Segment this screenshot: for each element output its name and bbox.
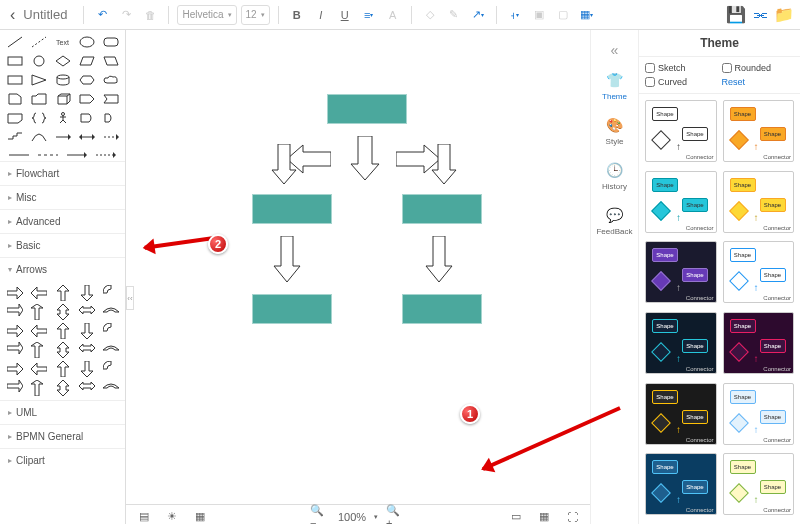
- rounded-checkbox[interactable]: Rounded: [722, 63, 795, 73]
- arrow-shape[interactable]: [51, 341, 74, 359]
- arrow-shape[interactable]: [75, 284, 98, 302]
- theme-preset[interactable]: ShapeShape↑Connector: [645, 453, 717, 515]
- theme-preset[interactable]: ShapeShape↑Connector: [645, 383, 717, 445]
- arrow-shape[interactable]: [27, 303, 50, 321]
- block-arrow-down-icon[interactable]: [424, 236, 454, 282]
- shape-actor[interactable]: [51, 109, 74, 127]
- theme-preset[interactable]: ShapeShape↑Connector: [723, 241, 795, 303]
- sketch-checkbox[interactable]: Sketch: [645, 63, 718, 73]
- zoom-in-button[interactable]: 🔍+: [386, 507, 406, 525]
- shape-cube[interactable]: [51, 90, 74, 108]
- cat-basic[interactable]: Basic: [0, 233, 125, 257]
- cat-misc[interactable]: Misc: [0, 185, 125, 209]
- arrow-shape[interactable]: [3, 379, 26, 397]
- shape-circle[interactable]: [27, 52, 50, 70]
- theme-preset[interactable]: ShapeShape↑Connector: [723, 312, 795, 374]
- theme-preset[interactable]: ShapeShape↑Connector: [723, 453, 795, 515]
- flowchart-node[interactable]: [402, 194, 482, 224]
- shape-tag[interactable]: [75, 90, 98, 108]
- arrow-shape[interactable]: [99, 341, 122, 359]
- cat-bpmn[interactable]: BPMN General: [0, 424, 125, 448]
- shape-text[interactable]: Text: [51, 33, 74, 51]
- arrow-shape[interactable]: [51, 284, 74, 302]
- shape-rect[interactable]: [3, 52, 26, 70]
- block-arrow-down-icon[interactable]: [270, 144, 298, 184]
- shape-curve[interactable]: [27, 128, 50, 146]
- block-arrow-down-icon[interactable]: [430, 144, 458, 184]
- cat-advanced[interactable]: Advanced: [0, 209, 125, 233]
- rail-theme[interactable]: 👕 Theme: [591, 64, 638, 107]
- connector-button[interactable]: ↗▾: [468, 5, 488, 25]
- reset-button[interactable]: Reset: [722, 77, 795, 87]
- theme-preset[interactable]: ShapeShape↑Connector: [645, 171, 717, 233]
- stroke-button[interactable]: ✎: [444, 5, 464, 25]
- back-button[interactable]: ‹: [6, 6, 19, 24]
- flowchart-node[interactable]: [252, 194, 332, 224]
- arrow-shape[interactable]: [3, 341, 26, 359]
- bring-forward-button[interactable]: ▣: [529, 5, 549, 25]
- theme-preset[interactable]: ShapeShape↑Connector: [645, 100, 717, 162]
- grid-toggle-icon[interactable]: ▦: [190, 507, 210, 525]
- shape-parallel[interactable]: [75, 52, 98, 70]
- send-back-button[interactable]: ▢: [553, 5, 573, 25]
- theme-preset[interactable]: ShapeShape↑Connector: [645, 312, 717, 374]
- arrow-shape[interactable]: [99, 322, 122, 340]
- underline-button[interactable]: U: [335, 5, 355, 25]
- italic-button[interactable]: I: [311, 5, 331, 25]
- shape-roundrect[interactable]: [99, 33, 122, 51]
- theme-preset[interactable]: ShapeShape↑Connector: [645, 241, 717, 303]
- shape-arrow-r[interactable]: [51, 128, 74, 146]
- arrow-shape[interactable]: [3, 360, 26, 378]
- shape-ellipse[interactable]: [75, 33, 98, 51]
- arrow-shape[interactable]: [99, 360, 122, 378]
- flowchart-node[interactable]: [402, 294, 482, 324]
- shape-or[interactable]: [99, 109, 122, 127]
- shape-rhombus[interactable]: [51, 52, 74, 70]
- shape-arrow-d[interactable]: [99, 128, 122, 146]
- rail-feedback[interactable]: 💬 FeedBack: [591, 199, 638, 242]
- fullscreen-icon[interactable]: ⛶: [562, 507, 582, 525]
- shape-notch[interactable]: [3, 109, 26, 127]
- arrow-shape[interactable]: [51, 322, 74, 340]
- block-arrow-down-icon[interactable]: [348, 136, 382, 180]
- font-size-select[interactable]: 12▾: [241, 5, 270, 25]
- shape-rect2[interactable]: [3, 71, 26, 89]
- block-arrow-down-icon[interactable]: [272, 236, 302, 282]
- flowchart-node[interactable]: [252, 294, 332, 324]
- arrow-shape[interactable]: [51, 303, 74, 321]
- font-select[interactable]: Helvetica▾: [177, 5, 236, 25]
- redo-button[interactable]: ↷: [116, 5, 136, 25]
- document-title[interactable]: Untitled: [23, 7, 67, 22]
- shape-tri[interactable]: [27, 71, 50, 89]
- arrow-shape[interactable]: [99, 303, 122, 321]
- cat-uml[interactable]: UML: [0, 400, 125, 424]
- arrow-shape[interactable]: [75, 303, 98, 321]
- flowchart-node[interactable]: [327, 94, 407, 124]
- brightness-icon[interactable]: ☀: [162, 507, 182, 525]
- fill-button[interactable]: ◇: [420, 5, 440, 25]
- arrow-shape[interactable]: [3, 284, 26, 302]
- align-button[interactable]: ≡▾: [359, 5, 379, 25]
- arrow-shape[interactable]: [3, 303, 26, 321]
- shape-dashline[interactable]: [27, 33, 50, 51]
- shape-step[interactable]: [3, 128, 26, 146]
- shape-folder[interactable]: [27, 90, 50, 108]
- shape-half[interactable]: [75, 109, 98, 127]
- shape-brace[interactable]: [27, 109, 50, 127]
- undo-button[interactable]: ↶: [92, 5, 112, 25]
- arrow-shape[interactable]: [27, 322, 50, 340]
- arrow-shape[interactable]: [99, 379, 122, 397]
- shape-penta[interactable]: [99, 90, 122, 108]
- cat-flowchart[interactable]: Flowchart: [0, 161, 125, 185]
- shape-cloud[interactable]: [99, 71, 122, 89]
- grid-button[interactable]: ▦▾: [577, 5, 597, 25]
- arrow-shape[interactable]: [27, 284, 50, 302]
- arrow-shape[interactable]: [51, 379, 74, 397]
- theme-preset[interactable]: ShapeShape↑Connector: [723, 100, 795, 162]
- shape-cylinder[interactable]: [51, 71, 74, 89]
- delete-button[interactable]: 🗑: [140, 5, 160, 25]
- rail-style[interactable]: 🎨 Style: [591, 109, 638, 152]
- arrow-shape[interactable]: [27, 379, 50, 397]
- shape-arrow-both[interactable]: [75, 128, 98, 146]
- shape-line[interactable]: [3, 33, 26, 51]
